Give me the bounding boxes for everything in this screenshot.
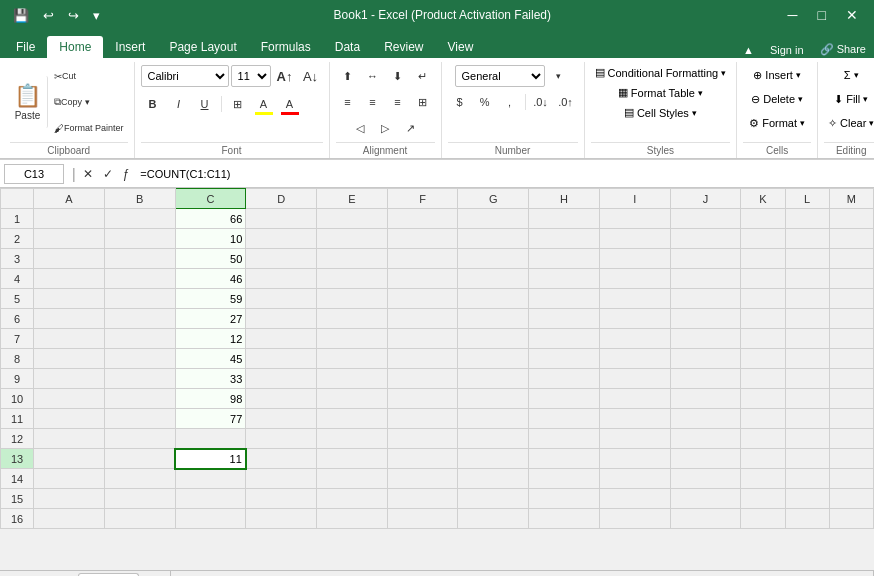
cell-k10[interactable] bbox=[741, 389, 785, 409]
insert-function-btn[interactable]: ƒ bbox=[120, 166, 133, 182]
col-header-g[interactable]: G bbox=[458, 189, 529, 209]
cell-d13[interactable] bbox=[246, 449, 317, 469]
cell-a9[interactable] bbox=[34, 369, 105, 389]
cell-m5[interactable] bbox=[829, 289, 873, 309]
cell-a7[interactable] bbox=[34, 329, 105, 349]
redo-quick-btn[interactable]: ↪ bbox=[63, 6, 84, 25]
cell-i12[interactable] bbox=[599, 429, 670, 449]
cell-g6[interactable] bbox=[458, 309, 529, 329]
cell-m4[interactable] bbox=[829, 269, 873, 289]
cell-i5[interactable] bbox=[599, 289, 670, 309]
cell-i6[interactable] bbox=[599, 309, 670, 329]
cell-c2[interactable]: 10 bbox=[175, 229, 246, 249]
cell-i4[interactable] bbox=[599, 269, 670, 289]
cell-f10[interactable] bbox=[387, 389, 458, 409]
cell-m3[interactable] bbox=[829, 249, 873, 269]
cell-a11[interactable] bbox=[34, 409, 105, 429]
cell-f3[interactable] bbox=[387, 249, 458, 269]
borders-button[interactable]: ⊞ bbox=[226, 92, 250, 116]
cell-c9[interactable]: 33 bbox=[175, 369, 246, 389]
col-header-l[interactable]: L bbox=[785, 189, 829, 209]
col-header-e[interactable]: E bbox=[317, 189, 388, 209]
bold-button[interactable]: B bbox=[141, 92, 165, 116]
cell-c11[interactable]: 77 bbox=[175, 409, 246, 429]
cell-m11[interactable] bbox=[829, 409, 873, 429]
tab-view[interactable]: View bbox=[436, 36, 486, 58]
decrease-decimal-btn[interactable]: .0↓ bbox=[529, 90, 553, 114]
cell-e16[interactable] bbox=[317, 509, 388, 529]
cell-k16[interactable] bbox=[741, 509, 785, 529]
cell-h16[interactable] bbox=[529, 509, 600, 529]
format-cells-btn[interactable]: ⚙ Format ▾ bbox=[743, 112, 811, 134]
cell-f2[interactable] bbox=[387, 229, 458, 249]
cell-d11[interactable] bbox=[246, 409, 317, 429]
cell-i13[interactable] bbox=[599, 449, 670, 469]
cell-j12[interactable] bbox=[670, 429, 741, 449]
cell-m13[interactable] bbox=[829, 449, 873, 469]
cell-k6[interactable] bbox=[741, 309, 785, 329]
cell-k1[interactable] bbox=[741, 209, 785, 229]
cell-i1[interactable] bbox=[599, 209, 670, 229]
cell-e7[interactable] bbox=[317, 329, 388, 349]
expand-number-btn[interactable]: ▾ bbox=[547, 64, 571, 88]
cell-c3[interactable]: 50 bbox=[175, 249, 246, 269]
cell-l9[interactable] bbox=[785, 369, 829, 389]
cell-k5[interactable] bbox=[741, 289, 785, 309]
cell-h3[interactable] bbox=[529, 249, 600, 269]
cell-k14[interactable] bbox=[741, 469, 785, 489]
cell-l6[interactable] bbox=[785, 309, 829, 329]
cell-a5[interactable] bbox=[34, 289, 105, 309]
cell-g7[interactable] bbox=[458, 329, 529, 349]
align-middle-btn[interactable]: ↔ bbox=[361, 64, 385, 88]
cell-k8[interactable] bbox=[741, 349, 785, 369]
cell-d3[interactable] bbox=[246, 249, 317, 269]
cell-reference-box[interactable] bbox=[4, 164, 64, 184]
cell-h15[interactable] bbox=[529, 489, 600, 509]
cell-a16[interactable] bbox=[34, 509, 105, 529]
cell-e5[interactable] bbox=[317, 289, 388, 309]
tab-insert[interactable]: Insert bbox=[103, 36, 157, 58]
sign-in-btn[interactable]: Sign in bbox=[762, 42, 812, 58]
cell-d14[interactable] bbox=[246, 469, 317, 489]
cell-j3[interactable] bbox=[670, 249, 741, 269]
cell-h10[interactable] bbox=[529, 389, 600, 409]
cell-h1[interactable] bbox=[529, 209, 600, 229]
cell-f7[interactable] bbox=[387, 329, 458, 349]
paste-button[interactable]: 📋 Paste bbox=[10, 76, 48, 128]
cell-i11[interactable] bbox=[599, 409, 670, 429]
cell-f4[interactable] bbox=[387, 269, 458, 289]
cell-d8[interactable] bbox=[246, 349, 317, 369]
cell-b3[interactable] bbox=[104, 249, 175, 269]
cell-b7[interactable] bbox=[104, 329, 175, 349]
increase-decimal-btn[interactable]: .0↑ bbox=[554, 90, 578, 114]
cell-m10[interactable] bbox=[829, 389, 873, 409]
cell-j5[interactable] bbox=[670, 289, 741, 309]
cell-styles-btn[interactable]: ▤ Cell Styles ▾ bbox=[620, 104, 701, 121]
cell-g1[interactable] bbox=[458, 209, 529, 229]
cell-i3[interactable] bbox=[599, 249, 670, 269]
cell-h2[interactable] bbox=[529, 229, 600, 249]
conditional-formatting-btn[interactable]: ▤ Conditional Formatting ▾ bbox=[591, 64, 731, 81]
cell-f9[interactable] bbox=[387, 369, 458, 389]
cell-j11[interactable] bbox=[670, 409, 741, 429]
cell-m12[interactable] bbox=[829, 429, 873, 449]
cell-f5[interactable] bbox=[387, 289, 458, 309]
grid-scroll-area[interactable]: A B C D E F G H I J K L M 1 bbox=[0, 188, 874, 570]
cell-a15[interactable] bbox=[34, 489, 105, 509]
cell-i2[interactable] bbox=[599, 229, 670, 249]
col-header-f[interactable]: F bbox=[387, 189, 458, 209]
sum-btn[interactable]: Σ ▾ bbox=[840, 64, 863, 86]
cell-e11[interactable] bbox=[317, 409, 388, 429]
underline-button[interactable]: U bbox=[193, 92, 217, 116]
cell-k12[interactable] bbox=[741, 429, 785, 449]
comma-btn[interactable]: , bbox=[498, 90, 522, 114]
cell-a6[interactable] bbox=[34, 309, 105, 329]
col-header-i[interactable]: I bbox=[599, 189, 670, 209]
cell-b13[interactable] bbox=[104, 449, 175, 469]
cell-m15[interactable] bbox=[829, 489, 873, 509]
cell-b1[interactable] bbox=[104, 209, 175, 229]
cell-l12[interactable] bbox=[785, 429, 829, 449]
ribbon-collapse-btn[interactable]: ▲ bbox=[735, 42, 762, 58]
clear-btn[interactable]: ✧ Clear ▾ bbox=[824, 112, 874, 134]
cell-k11[interactable] bbox=[741, 409, 785, 429]
